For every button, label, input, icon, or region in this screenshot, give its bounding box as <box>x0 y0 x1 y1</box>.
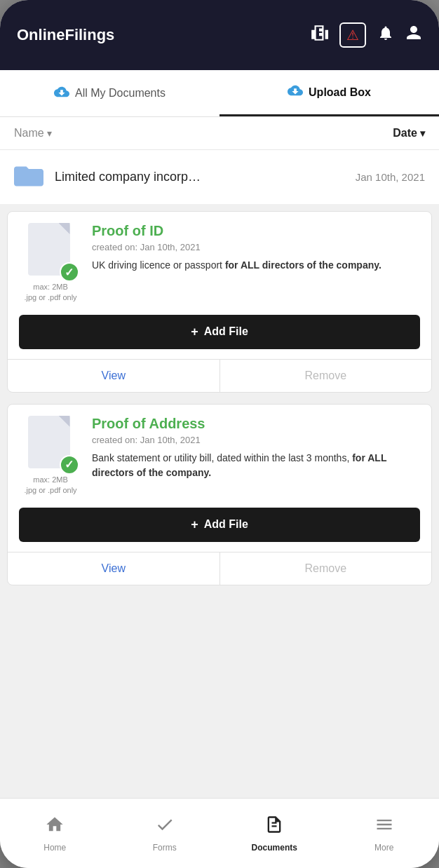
more-icon <box>374 815 394 839</box>
proof-of-id-body: ✓ max: 2MB .jpg or .pdf only Proof of ID… <box>8 212 431 315</box>
add-file-label-2: Add File <box>204 518 248 531</box>
proof-of-id-file-icon: ✓ <box>28 223 74 278</box>
desc-text: UK driving licence or passport <box>92 259 225 271</box>
sort-by-name[interactable]: Name ▾ <box>14 127 52 140</box>
proof-of-address-right: Proof of Address created on: Jan 10th, 2… <box>92 416 420 496</box>
building-icon[interactable] <box>310 24 328 46</box>
proof-of-address-actions: View Remove <box>8 552 431 585</box>
proof-of-address-file-icon: ✓ <box>28 416 74 470</box>
meta-size: max: 2MB <box>24 282 76 292</box>
nav-home[interactable]: Home <box>0 799 110 868</box>
main-content: Limited company incorp… Jan 10th, 2021 ✓… <box>0 150 439 798</box>
chevron-down-icon: ▾ <box>47 128 52 139</box>
nav-home-label: Home <box>43 843 66 853</box>
proof-of-id-right: Proof of ID created on: Jan 10th, 2021 U… <box>92 223 420 304</box>
tab-all-docs-label: All My Documents <box>75 87 166 100</box>
plus-icon-2: + <box>191 517 198 532</box>
meta-type: .jpg or .pdf only <box>24 292 76 303</box>
nav-documents[interactable]: Documents <box>219 799 330 868</box>
forms-icon <box>155 815 175 839</box>
nav-forms[interactable]: Forms <box>110 799 220 868</box>
bottom-nav: Home Forms Documents More <box>0 798 439 868</box>
proof-of-address-meta: max: 2MB .jpg or .pdf only <box>24 475 76 496</box>
logo-suffix: Filings <box>65 26 114 43</box>
proof-of-address-body: ✓ max: 2MB .jpg or .pdf only Proof of Ad… <box>8 405 431 508</box>
tab-all-documents[interactable]: All My Documents <box>0 70 219 116</box>
nav-forms-label: Forms <box>153 843 177 853</box>
proof-of-id-created: created on: Jan 10th, 2021 <box>92 242 420 252</box>
proof-of-address-add-file-button[interactable]: + Add File <box>19 508 420 542</box>
header: OnlineFilings ⚠ <box>0 0 439 70</box>
proof-of-id-add-file-button[interactable]: + Add File <box>19 315 420 349</box>
folder-date: Jan 10th, 2021 <box>356 171 425 183</box>
proof-of-address-card: ✓ max: 2MB .jpg or .pdf only Proof of Ad… <box>7 404 432 585</box>
alert-icon-box[interactable]: ⚠ <box>339 22 366 48</box>
tab-upload-box-label: Upload Box <box>309 86 371 99</box>
tabs: All My Documents Upload Box <box>0 70 439 117</box>
alert-triangle-icon: ⚠ <box>346 27 359 43</box>
folder-name: Limited company incorp… <box>55 170 344 184</box>
proof-of-id-actions: View Remove <box>8 359 431 392</box>
folder-icon <box>14 161 43 193</box>
desc-bold: for ALL directors of the company. <box>225 259 381 271</box>
nav-documents-label: Documents <box>252 843 297 853</box>
nav-more-label: More <box>374 843 393 853</box>
logo: OnlineFilings <box>17 26 310 44</box>
header-icons: ⚠ <box>310 22 422 48</box>
proof-of-id-left: ✓ max: 2MB .jpg or .pdf only <box>19 223 82 304</box>
proof-of-address-created: created on: Jan 10th, 2021 <box>92 435 420 445</box>
nav-more[interactable]: More <box>330 799 440 868</box>
sort-name-label: Name <box>14 127 44 140</box>
proof-of-id-remove-button[interactable]: Remove <box>220 360 432 392</box>
sort-date-label: Date <box>393 127 417 140</box>
proof-of-id-view-button[interactable]: View <box>8 360 220 392</box>
folder-row[interactable]: Limited company incorp… Jan 10th, 2021 <box>0 150 439 204</box>
proof-of-address-remove-button[interactable]: Remove <box>220 552 432 585</box>
meta-type-2: .jpg or .pdf only <box>24 485 76 496</box>
logo-text: OnlineFilings <box>17 26 114 44</box>
proof-of-id-meta: max: 2MB .jpg or .pdf only <box>24 282 76 304</box>
plus-icon: + <box>191 325 198 339</box>
proof-of-address-view-button[interactable]: View <box>8 552 220 585</box>
bell-icon[interactable] <box>377 25 394 46</box>
tab-upload-box[interactable]: Upload Box <box>219 70 439 116</box>
proof-of-id-title: Proof of ID <box>92 223 420 239</box>
documents-icon <box>264 815 284 839</box>
sort-bar: Name ▾ Date ▾ <box>0 117 439 150</box>
proof-of-address-desc: Bank statement or utility bill, dated wi… <box>92 451 420 480</box>
sort-by-date[interactable]: Date ▾ <box>393 127 425 140</box>
check-icon-2: ✓ <box>60 455 79 475</box>
upload-box-icon <box>288 83 303 102</box>
all-docs-icon <box>54 84 69 103</box>
proof-of-id-card: ✓ max: 2MB .jpg or .pdf only Proof of ID… <box>7 211 432 393</box>
add-file-label: Add File <box>204 325 248 338</box>
logo-prefix: Online <box>17 26 65 43</box>
meta-size-2: max: 2MB <box>24 475 76 485</box>
home-icon <box>45 815 65 839</box>
check-icon: ✓ <box>60 262 79 282</box>
proof-of-id-desc: UK driving licence or passport for ALL d… <box>92 258 420 273</box>
proof-of-address-title: Proof of Address <box>92 416 420 432</box>
chevron-down-icon-date: ▾ <box>420 128 425 139</box>
user-icon[interactable] <box>405 25 422 46</box>
desc-text-2: Bank statement or utility bill, dated wi… <box>92 452 352 463</box>
phone-frame: OnlineFilings ⚠ All My Documents <box>0 0 439 868</box>
proof-of-address-left: ✓ max: 2MB .jpg or .pdf only <box>19 416 82 496</box>
